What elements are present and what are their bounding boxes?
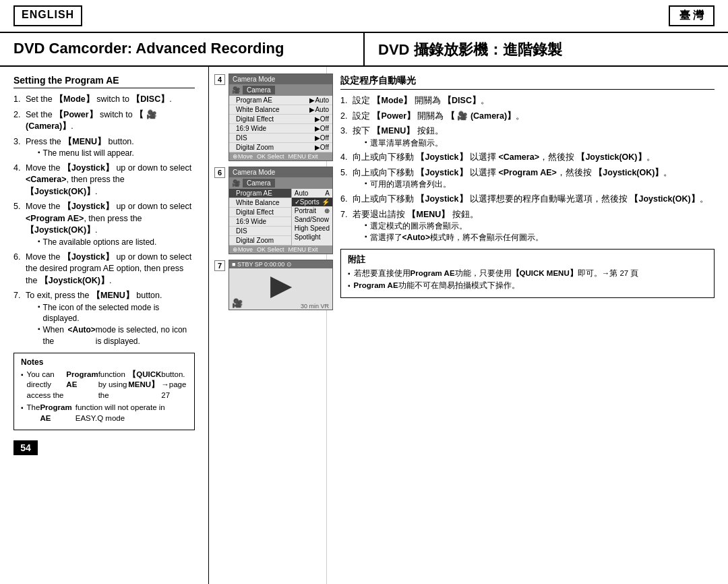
step-2-num: 2. <box>13 109 26 133</box>
screen6-pair: 6 Camera Mode 🎥 Camera <box>214 167 321 254</box>
note-1: You can directly access the Program AE f… <box>21 370 187 401</box>
screen6-item-dz: Digital Zoom <box>229 236 291 245</box>
vf-camera-icon: 🎥 <box>232 298 243 308</box>
step-7-sub-2: When the <Auto> mode is selected, no ico… <box>38 324 195 347</box>
step-7-sub-1: The icon of the selected mode is display… <box>38 302 195 325</box>
right-column: 設定程序自動曝光 1. 設定 【Mode】 開關為 【DISC】。 2. 設定 … <box>327 67 728 584</box>
sub-spotlight: Spotlight <box>292 233 332 241</box>
step-4-text: Move the 【Joystick】 up or down to select… <box>26 163 195 198</box>
screen6-iconbar: 🎥 Camera <box>229 177 332 189</box>
screen6-badge: 6 <box>214 167 225 178</box>
right-step-3-text: 按下 【MENU】 按鈕。 <box>353 126 444 136</box>
screen4-item-169: 16:9 Wide▶Off <box>229 124 332 134</box>
screen4-camera-label: Camera <box>243 86 275 94</box>
camera-icon-6: 🎥 <box>232 179 240 187</box>
right-step-3-sub: 選單清單將會顯示。 <box>365 138 444 149</box>
screen6-body: Program AE White Balance Digital Effect … <box>229 189 332 245</box>
right-step-4-num: 4. <box>340 152 353 164</box>
notes-list: You can directly access the Program AE f… <box>21 370 187 424</box>
right-notes-list: 若想要直接使用 Program AE 功能，只要使用 【QUICK MENU】 … <box>348 268 707 291</box>
right-step-5: 5. 向上或向下移動 【Joystick】 以選擇 <Program AE>，然… <box>340 167 715 190</box>
right-step-5-sub: 可用的選項將會列出。 <box>365 179 672 190</box>
right-step-1-num: 1. <box>340 95 353 107</box>
screen4: Camera Mode 🎥 Camera Program AE▶Auto Whi… <box>229 74 333 161</box>
sub-portrait: Portrait⊕ <box>292 206 332 215</box>
step-1-text: Set the 【Mode】 switch to 【DISC】. <box>26 94 195 106</box>
right-step-7-num: 7. <box>340 209 353 243</box>
step-5-num: 5. <box>13 201 26 247</box>
screen4-item-de: Digital Effect▶Off <box>229 115 332 124</box>
step-3-text: Press the 【MENU】 button. <box>26 137 134 146</box>
step-2: 2. Set the 【Power】 switch to 【 🎥 (Camera… <box>13 109 195 133</box>
screen6: Camera Mode 🎥 Camera Program AE <box>229 167 333 254</box>
right-steps-list: 1. 設定 【Mode】 開關為 【DISC】。 2. 設定 【Power】 開… <box>340 95 715 243</box>
sub-sandsnow: Sand/Snow <box>292 215 332 224</box>
title-right: DVD 攝錄放影機：進階錄製 <box>365 33 728 65</box>
screen6-item-dis: DIS <box>229 227 291 236</box>
note-2: The Program AE function will not operate… <box>21 403 187 424</box>
step-3: 3. Press the 【MENU】 button. The menu lis… <box>13 136 195 159</box>
right-step-2: 2. 設定 【Power】 開關為 【 🎥 (Camera)】。 <box>340 111 715 123</box>
right-step-3: 3. 按下 【MENU】 按鈕。 選單清單將會顯示。 <box>340 125 715 148</box>
right-step-1: 1. 設定 【Mode】 開關為 【DISC】。 <box>340 95 715 107</box>
screen4-navbar: ⊕Move OK Select MENU Exit <box>229 152 332 160</box>
taiwan-label: 臺 灣 <box>669 5 715 26</box>
vf-arrow: ▶ <box>270 268 292 301</box>
screen4-badge: 4 <box>214 74 225 85</box>
right-step-4: 4. 向上或向下移動 【Joystick】 以選擇 <Camera>，然後按 【… <box>340 152 715 164</box>
vf-bottom: 30 min VR <box>301 303 329 310</box>
screen7-badge: 7 <box>214 260 225 271</box>
screen6-camera-label: Camera <box>243 179 275 187</box>
right-step-7-sub-1: 選定模式的圖示將會顯示。 <box>365 221 543 232</box>
screen4-item-wb: White Balance▶Auto <box>229 105 332 115</box>
right-step-3-num: 3. <box>340 125 353 148</box>
step-7-num: 7. <box>13 290 26 347</box>
title-left: DVD Camcorder: Advanced Recording <box>0 33 365 65</box>
main-layout: Setting the Program AE 1. Set the 【Mode】… <box>0 67 728 584</box>
sub-highspeed: High Speed <box>292 224 332 233</box>
camera-icon-4: 🎥 <box>232 86 240 94</box>
screen6-item-wb: White Balance <box>229 198 291 208</box>
right-step-1-text: 設定 【Mode】 開關為 【DISC】。 <box>353 95 715 107</box>
screen4-item-dz: Digital Zoom▶Off <box>229 143 332 152</box>
screen6-title: Camera Mode <box>233 169 275 176</box>
step-7-text: To exit, press the 【MENU】 button. <box>26 291 162 300</box>
right-step-7-sub-2: 當選擇了 <Auto> 模式時，將不會顯示任何圖示。 <box>365 232 543 243</box>
step-4: 4. Move the 【Joystick】 up or down to sel… <box>13 163 195 198</box>
notes-title: Notes <box>21 357 187 367</box>
vf-top-bar: ■ STBY SP 0:00:00 ⊙ <box>229 260 332 268</box>
screen6-navbar: ⊕Move OK Select MENU Exit <box>229 245 332 254</box>
step-5-sub: The available options are listed. <box>38 237 195 248</box>
title-left-text: DVD Camcorder: Advanced Recording <box>13 40 350 57</box>
left-steps-list: 1. Set the 【Mode】 switch to 【DISC】. 2. S… <box>13 94 195 347</box>
step-5: 5. Move the 【Joystick】 up or down to sel… <box>13 201 195 247</box>
right-step-2-text: 設定 【Power】 開關為 【 🎥 (Camera)】。 <box>353 111 715 123</box>
center-column: 4 Camera Mode 🎥 Camera Program AE▶Auto <box>209 67 327 584</box>
screen6-main: Program AE White Balance Digital Effect … <box>229 189 292 245</box>
screen4-title: Camera Mode <box>233 76 275 83</box>
screen6-item-de: Digital Effect <box>229 208 291 217</box>
title-right-text: DVD 攝錄放影機：進階錄製 <box>378 40 715 60</box>
right-step-6-num: 6. <box>340 194 353 206</box>
step-6-text: Move the 【Joystick】 up or down to select… <box>26 252 195 287</box>
screen4-iconbar: 🎥 Camera <box>229 84 332 96</box>
screen4-item-programae: Program AE▶Auto <box>229 96 332 105</box>
step-2-text: Set the 【Power】 switch to 【 🎥 (Camera)】. <box>26 109 195 133</box>
right-note-2: Program AE 功能不可在簡易拍攝模式下操作。 <box>348 281 707 291</box>
vf-stby: ■ STBY SP 0:00:00 ⊙ <box>232 261 292 268</box>
step-7: 7. To exit, press the 【MENU】 button. The… <box>13 290 195 347</box>
step-6: 6. Move the 【Joystick】 up or down to sel… <box>13 252 195 287</box>
notes-box: Notes You can directly access the Progra… <box>13 353 195 431</box>
right-step-2-num: 2. <box>340 111 353 123</box>
right-step-5-text: 向上或向下移動 【Joystick】 以選擇 <Program AE>，然後按 … <box>353 168 672 177</box>
right-notes-title: 附註 <box>348 254 707 266</box>
screen7-container: ■ STBY SP 0:00:00 ⊙ ▶ 🎥 30 min VR <box>229 260 333 310</box>
page-number: 54 <box>13 440 38 455</box>
title-row: DVD Camcorder: Advanced Recording DVD 攝錄… <box>0 33 728 67</box>
step-4-num: 4. <box>13 163 26 198</box>
right-step-7-text: 若要退出請按 【MENU】 按鈕。 <box>353 210 479 219</box>
right-step-6-text: 向上或向下移動 【Joystick】 以選擇想要的程序自動曝光選項，然後按 【J… <box>353 194 715 206</box>
screen6-sub: AutoA ✓Sports⚡ Portrait⊕ Sand/Snow <box>292 189 332 245</box>
step-6-num: 6. <box>13 252 26 287</box>
page: ENGLISH 臺 灣 DVD Camcorder: Advanced Reco… <box>0 0 728 584</box>
